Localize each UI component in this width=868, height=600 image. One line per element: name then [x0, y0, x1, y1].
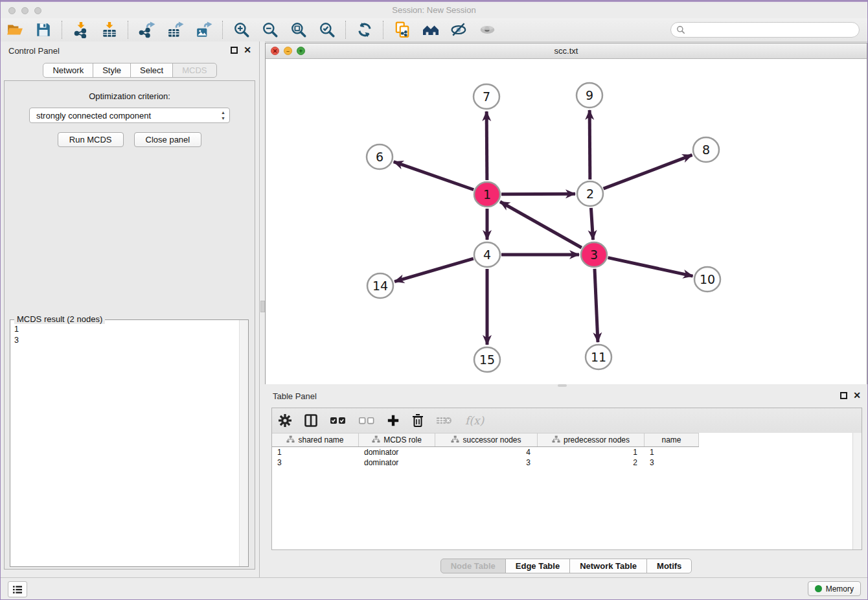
table-row[interactable]: 1dominator411 [272, 447, 699, 457]
hide-selected-icon[interactable] [451, 21, 468, 38]
main-toolbar [1, 18, 867, 42]
column-header-name[interactable]: name [645, 433, 699, 446]
table-cell[interactable]: dominator [359, 447, 435, 457]
graph-node-2[interactable]: 2 [577, 181, 603, 206]
import-network-icon[interactable] [73, 21, 89, 38]
graph-node-11[interactable]: 11 [586, 345, 611, 369]
save-session-icon[interactable] [35, 21, 52, 38]
tab-motifs[interactable]: Motifs [646, 559, 692, 573]
table-scrollbar[interactable] [852, 433, 862, 549]
control-panel-tabs: NetworkStyleSelectMCDS [1, 63, 259, 78]
window-title: Session: New Session [1, 5, 867, 15]
network-canvas[interactable]: 1234678910111415 [266, 59, 867, 384]
tab-network-table[interactable]: Network Table [569, 559, 647, 573]
zoom-selected-icon[interactable] [319, 21, 336, 38]
tab-mcds[interactable]: MCDS [172, 63, 216, 78]
mcds-result-item[interactable]: 1 [14, 324, 244, 335]
graph-node-8[interactable]: 8 [693, 137, 719, 162]
search-input[interactable] [688, 23, 852, 36]
table-cell[interactable]: 2 [538, 457, 645, 468]
table-cell[interactable]: 1 [538, 447, 645, 457]
graph-edge-1-2[interactable] [501, 194, 575, 194]
zoom-fit-icon[interactable] [290, 21, 307, 38]
graph-node-1[interactable]: 1 [474, 182, 500, 207]
splitter-grab-handle[interactable] [260, 301, 265, 312]
deselect-all-checkboxes-icon[interactable] [358, 415, 375, 426]
table-cell[interactable]: 3 [272, 457, 359, 468]
table-panel-tabs: Node TableEdge TableNetwork TableMotifs [265, 559, 867, 573]
export-table-icon[interactable] [167, 21, 184, 38]
table-row[interactable]: 3dominator323 [272, 457, 699, 468]
open-session-icon[interactable] [6, 21, 23, 38]
optimization-criterion-select[interactable]: strongly connected component ▲▼ [29, 108, 230, 123]
copy-network-icon[interactable] [394, 21, 411, 38]
table-settings-gear-icon[interactable] [278, 413, 292, 428]
graph-node-6[interactable]: 6 [367, 144, 393, 169]
toolbar-separator [345, 21, 347, 39]
tab-edge-table[interactable]: Edge Table [505, 559, 570, 573]
home-layout-icon[interactable] [422, 21, 439, 38]
column-header-predecessor-nodes[interactable]: predecessor nodes [538, 433, 645, 446]
run-mcds-button[interactable]: Run MCDS [58, 132, 124, 147]
graph-edge-2-8[interactable] [604, 155, 692, 189]
show-all-icon[interactable] [479, 21, 496, 38]
export-network-icon[interactable] [139, 21, 155, 38]
vertical-splitter[interactable] [259, 41, 265, 578]
table-cell[interactable]: 1 [272, 447, 359, 457]
tab-select[interactable]: Select [130, 63, 173, 78]
graph-node-15[interactable]: 15 [474, 347, 500, 372]
refresh-view-icon[interactable] [356, 21, 373, 38]
close-panel-button[interactable]: Close panel [134, 132, 202, 147]
graph-edge-1-7[interactable] [486, 111, 487, 180]
create-column-plus-icon[interactable] [387, 414, 400, 427]
table-panel-float-button[interactable] [840, 392, 847, 399]
column-header-mcds-role[interactable]: MCDS role [359, 433, 435, 446]
tab-style[interactable]: Style [93, 63, 131, 78]
tab-node-table[interactable]: Node Table [440, 559, 506, 573]
graph-edge-3-11[interactable] [595, 269, 598, 342]
graph-edge-2-3[interactable] [591, 208, 593, 240]
memory-button[interactable]: Memory [808, 581, 861, 596]
table-cell[interactable]: 3 [435, 457, 538, 468]
mcds-result-item[interactable]: 3 [14, 335, 244, 346]
column-header-label: name [661, 435, 681, 444]
graph-edge-4-14[interactable] [394, 259, 474, 281]
graph-node-4[interactable]: 4 [474, 242, 500, 267]
graph-edge-3-10[interactable] [608, 258, 692, 276]
show-columns-icon[interactable] [304, 413, 318, 428]
import-table-icon[interactable] [101, 21, 118, 38]
svg-text:11: 11 [591, 350, 606, 364]
select-all-checkboxes-icon[interactable] [330, 415, 347, 426]
zoom-in-icon[interactable] [233, 21, 250, 38]
table-cell[interactable]: 4 [435, 447, 538, 457]
table-panel-close-icon[interactable]: ✕ [853, 389, 861, 401]
tab-network[interactable]: Network [43, 63, 93, 78]
control-panel: Control Panel ✕ NetworkStyleSelectMCDS O… [1, 41, 259, 578]
graph-node-9[interactable]: 9 [577, 83, 602, 108]
list-icon [12, 585, 23, 594]
search-field[interactable] [670, 22, 860, 38]
column-header-successor-nodes[interactable]: successor nodes [435, 433, 538, 446]
column-header-shared-name[interactable]: shared name [272, 433, 359, 446]
zoom-out-icon[interactable] [262, 21, 279, 38]
graph-node-14[interactable]: 14 [367, 273, 393, 298]
table-cell[interactable]: 1 [645, 447, 699, 457]
table-cell[interactable]: dominator [359, 457, 435, 468]
status-bar: Memory [1, 577, 867, 599]
export-image-icon[interactable] [196, 21, 212, 38]
task-history-button[interactable] [8, 581, 27, 597]
graph-edge-3-1[interactable] [500, 202, 582, 248]
graph-node-3[interactable]: 3 [581, 242, 607, 267]
control-panel-close-icon[interactable]: ✕ [244, 44, 251, 56]
graph-edge-2-9[interactable] [589, 110, 590, 179]
graph-node-10[interactable]: 10 [694, 267, 720, 292]
table-cell[interactable]: 3 [645, 457, 699, 468]
graph-edge-1-6[interactable] [394, 162, 474, 190]
control-panel-float-button[interactable] [231, 47, 238, 54]
toolbar-separator [383, 21, 384, 39]
graph-node-7[interactable]: 7 [474, 84, 499, 109]
network-graph[interactable]: 1234678910111415 [266, 59, 867, 384]
result-scrollbar[interactable] [239, 320, 248, 566]
delete-column-trash-icon[interactable] [411, 413, 424, 428]
network-window-titlebar[interactable]: ✕ – + scc.txt [266, 43, 867, 59]
